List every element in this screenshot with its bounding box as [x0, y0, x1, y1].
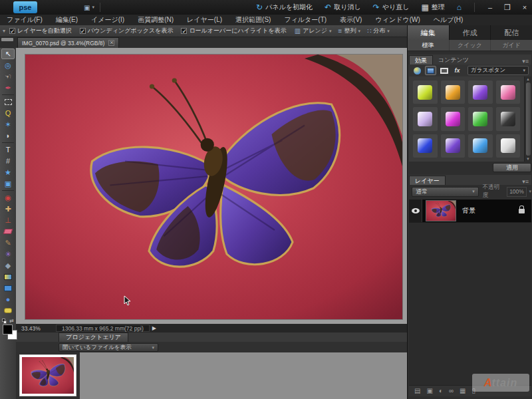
- mode-tab-0[interactable]: 編集: [408, 25, 450, 40]
- option-checkbox-1[interactable]: ✓バウンディングボックスを表示: [80, 27, 174, 35]
- effect-swatch-1[interactable]: [441, 80, 466, 104]
- menu-item-9[interactable]: ヘルプ(H): [427, 15, 470, 25]
- menu-item-0[interactable]: ファイル(F): [0, 15, 49, 25]
- scroll-down-icon[interactable]: ▼: [526, 156, 530, 162]
- window-menu[interactable]: ▣ ▾: [84, 4, 94, 11]
- apply-button[interactable]: 適用: [493, 163, 531, 172]
- close-button[interactable]: ×: [517, 3, 532, 13]
- effect-swatch-6[interactable]: [468, 107, 493, 130]
- redo-button[interactable]: ↷やり直し: [368, 1, 414, 13]
- layer-visibility-toggle[interactable]: [409, 200, 422, 222]
- layer-thumbnail[interactable]: [426, 200, 456, 221]
- effect-swatch-0[interactable]: [413, 80, 438, 104]
- shape-tool[interactable]: [1, 283, 15, 293]
- menu-item-6[interactable]: フィルター(T): [277, 15, 333, 25]
- effect-swatch-7[interactable]: [496, 107, 521, 130]
- quick-selection-tool[interactable]: ◗: [1, 130, 15, 141]
- edit-mode-tab-1[interactable]: クイック: [450, 40, 491, 51]
- layer-row-background[interactable]: 背景: [409, 200, 531, 222]
- effects-tab-1[interactable]: コンテンツ: [433, 55, 474, 65]
- effect-swatch-5[interactable]: [441, 107, 466, 130]
- option-checkbox-2[interactable]: ✓ロールオーバーにハイライトを表示: [181, 27, 286, 35]
- effect-swatch-4[interactable]: [413, 107, 438, 130]
- edit-mode-tab-2[interactable]: ガイド: [491, 40, 532, 51]
- menu-item-4[interactable]: レイヤー(L): [180, 15, 229, 25]
- menu-item-8[interactable]: ウィンドウ(W): [368, 15, 426, 25]
- panel-menu-icon[interactable]: ▾≡: [519, 178, 531, 185]
- rectangular-marquee-tool[interactable]: [1, 96, 15, 107]
- show-open-files-dropdown[interactable]: 開いているファイルを表示 ▾: [59, 343, 158, 352]
- project-area-tab[interactable]: プロジェクトエリア: [59, 332, 128, 342]
- option-checkbox-0[interactable]: ✓レイヤーを自動選択: [9, 27, 72, 35]
- organize-button[interactable]: ▦整理: [416, 1, 449, 13]
- eyedropper-tool[interactable]: ✒: [1, 82, 15, 93]
- close-icon[interactable]: ×: [108, 40, 114, 46]
- filters-icon[interactable]: [412, 66, 423, 75]
- distribute-dropdown[interactable]: ∷分布▾: [367, 27, 390, 35]
- opacity-field[interactable]: 100%: [507, 187, 527, 197]
- photo-effects-icon[interactable]: [438, 66, 450, 75]
- chevron-down-icon[interactable]: ▾: [529, 189, 531, 194]
- effect-swatch-9[interactable]: [441, 134, 466, 158]
- minimize-button[interactable]: –: [483, 3, 497, 13]
- lasso-tool[interactable]: Q: [1, 108, 15, 118]
- mode-tab-1[interactable]: 作成: [450, 25, 491, 40]
- effects-tab-0[interactable]: 効果: [409, 55, 433, 65]
- type-tool[interactable]: T: [1, 144, 15, 155]
- reset-panels-button[interactable]: ↻パネルを初期化: [251, 1, 317, 13]
- zoom-tool[interactable]: ◎: [1, 60, 15, 70]
- status-menu-arrow-icon[interactable]: ▶: [152, 325, 156, 331]
- recompose-tool[interactable]: ▣: [1, 178, 15, 189]
- effect-swatch-11[interactable]: [496, 134, 521, 158]
- swap-colors-icon[interactable]: ⇄: [9, 319, 14, 324]
- brush-tool[interactable]: ✎: [1, 237, 15, 248]
- menu-item-7[interactable]: 表示(V): [333, 15, 368, 25]
- canvas-area[interactable]: [16, 48, 407, 324]
- panel-menu-icon[interactable]: ▾≡: [519, 58, 531, 65]
- foreground-color-swatch[interactable]: [3, 325, 13, 334]
- new-group-icon[interactable]: ▣: [426, 388, 432, 394]
- mode-tab-2[interactable]: 配信: [491, 25, 532, 40]
- blur-tool[interactable]: ●: [1, 294, 15, 305]
- menu-item-2[interactable]: イメージ(I): [84, 15, 131, 25]
- new-layer-icon[interactable]: ▤: [414, 388, 420, 394]
- effect-swatch-3[interactable]: [496, 80, 521, 104]
- eraser-tool[interactable]: [1, 226, 15, 237]
- adjustment-layer-icon[interactable]: ◐: [439, 388, 443, 394]
- effect-swatch-2[interactable]: [468, 80, 493, 104]
- restore-button[interactable]: ❒: [500, 3, 515, 13]
- crop-tool[interactable]: #: [1, 156, 15, 166]
- tool-preset-caret-icon[interactable]: ▾: [3, 28, 5, 34]
- photo-document[interactable]: [25, 55, 402, 319]
- blend-mode-dropdown[interactable]: 通常 ▾: [412, 187, 479, 197]
- hand-tool[interactable]: ☜: [1, 71, 15, 82]
- spot-healing-brush-tool[interactable]: ✚: [1, 203, 15, 214]
- clone-stamp-tool[interactable]: ⊥: [1, 215, 15, 225]
- red-eye-removal-tool[interactable]: ◉: [1, 192, 15, 203]
- edit-mode-tab-0[interactable]: 標準: [408, 40, 450, 51]
- document-tab[interactable]: IMG_0070.psd @ 33.4%(RGB/8) ×: [17, 37, 119, 48]
- cookie-cutter-tool[interactable]: ★: [1, 167, 15, 178]
- gradient-tool[interactable]: [1, 271, 15, 282]
- undo-button[interactable]: ↶取り消し: [320, 1, 366, 13]
- menu-item-1[interactable]: 編集(E): [49, 15, 84, 25]
- scroll-up-icon[interactable]: ▲: [526, 76, 530, 82]
- link-layers-icon[interactable]: ∞: [449, 388, 454, 394]
- layer-styles-icon[interactable]: [425, 66, 436, 75]
- menu-item-3[interactable]: 画質調整(N): [131, 15, 180, 25]
- text-effects-icon[interactable]: fx: [452, 66, 463, 75]
- scrollbar-thumb[interactable]: [526, 82, 531, 156]
- scrollbar[interactable]: ▲ ▼: [524, 76, 531, 162]
- default-colors-icon[interactable]: [2, 319, 7, 324]
- lock-all-icon[interactable]: ▦: [460, 388, 466, 394]
- open-file-thumbnail[interactable]: [20, 355, 76, 396]
- arrange-dropdown[interactable]: ▥アレンジ▾: [295, 27, 332, 35]
- layers-tab[interactable]: レイヤー: [409, 176, 446, 185]
- effect-swatch-10[interactable]: [468, 134, 493, 158]
- paint-bucket-tool[interactable]: ◆: [1, 260, 15, 271]
- effects-category-dropdown[interactable]: ガラスボタン ▾: [467, 66, 529, 75]
- move-tool[interactable]: ↖: [1, 49, 15, 59]
- smart-brush-tool[interactable]: ✳: [1, 249, 15, 259]
- magic-wand-tool[interactable]: ✶: [1, 119, 15, 130]
- align-dropdown[interactable]: ≡整列▾: [338, 27, 360, 35]
